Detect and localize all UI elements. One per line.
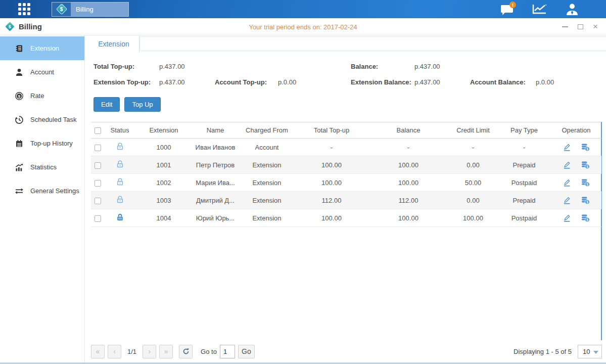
- topup-icon[interactable]: $: [581, 143, 590, 152]
- table-row[interactable]: 1003 Дмитрий Д... Extension 112.00 112.0…: [91, 192, 601, 209]
- topup-icon[interactable]: $: [581, 178, 590, 187]
- extension-grid: Status Extension Name Charged From Total…: [91, 122, 602, 340]
- edit-icon[interactable]: [563, 214, 571, 222]
- row-checkbox[interactable]: [95, 198, 101, 204]
- page-size-select[interactable]: 10: [578, 345, 602, 358]
- sidebar-item-label: Extension: [30, 44, 59, 52]
- sidebar-item-label: General Settings: [30, 187, 79, 195]
- sidebar-item-extension[interactable]: Extension: [0, 36, 84, 60]
- billing-window-icon: $: [5, 21, 15, 32]
- sidebar-item-label: Rate: [30, 92, 44, 100]
- col-status: Status: [104, 122, 135, 139]
- displaying-status: Displaying 1 - 5 of 5: [514, 348, 572, 355]
- col-charged-from: Charged From: [239, 122, 295, 139]
- account-topup-label: Account Top-up:: [215, 78, 278, 86]
- edit-button[interactable]: Edit: [94, 97, 120, 112]
- edit-icon[interactable]: [563, 143, 571, 152]
- edit-icon[interactable]: [563, 161, 571, 169]
- total-topup-value: p.437.00: [159, 63, 215, 70]
- topup-icon[interactable]: $: [581, 161, 590, 169]
- edit-icon[interactable]: [563, 178, 571, 187]
- user-account-icon[interactable]: [565, 3, 580, 15]
- table-row[interactable]: 1004 Юрий Юрь... Extension 100.00 100.00…: [91, 209, 601, 227]
- taskbar-billing-label: Billing: [76, 6, 94, 13]
- taskbar-billing-tab[interactable]: $ Billing: [52, 2, 129, 17]
- svg-text:$: $: [587, 165, 589, 169]
- notebook-icon: [15, 139, 24, 148]
- svg-text:$: $: [587, 218, 589, 222]
- col-balance: Balance: [368, 122, 449, 139]
- main-panel: Extension Total Top-up: p.437.00 Balance…: [85, 35, 606, 362]
- table-header-row: Status Extension Name Charged From Total…: [91, 122, 601, 139]
- edit-icon[interactable]: [563, 196, 571, 205]
- billing-app-icon: $: [52, 3, 71, 16]
- balance-value: p.437.00: [414, 63, 470, 70]
- billing-app-window: $ Billing !: [0, 0, 606, 364]
- account-topup-value: p.0.00: [278, 78, 351, 86]
- person-icon: [15, 68, 24, 77]
- sidebar-item-label: Scheduled Task: [30, 116, 77, 123]
- col-credit-limit: Credit Limit: [449, 122, 497, 139]
- goto-page-input[interactable]: [220, 345, 235, 358]
- close-icon[interactable]: ×: [592, 23, 599, 30]
- app-grid-icon[interactable]: [18, 3, 30, 15]
- col-pay-type: Pay Type: [497, 122, 551, 139]
- table-row[interactable]: 1001 Петр Петров Extension 100.00 100.00…: [91, 156, 601, 174]
- next-page-icon[interactable]: ›: [143, 345, 156, 358]
- tab-bar: Extension: [88, 35, 606, 53]
- select-all-checkbox[interactable]: [95, 127, 101, 134]
- sidebar-item-topup-history[interactable]: Top-up History: [0, 131, 84, 155]
- svg-text:$: $: [18, 94, 21, 99]
- minimize-icon[interactable]: [562, 23, 569, 30]
- table-row[interactable]: 1000 Иван Иванов Account - - - - $: [91, 139, 601, 156]
- window-title-bar: $ Billing Your trial period ends on: 201…: [0, 18, 606, 35]
- account-balance-label: Account Balance:: [470, 78, 536, 86]
- bar-chart-icon: [15, 163, 24, 172]
- svg-text:$: $: [587, 200, 589, 204]
- maximize-icon[interactable]: [577, 23, 584, 30]
- svg-text:$: $: [587, 183, 589, 187]
- svg-text:$: $: [587, 147, 589, 151]
- sidebar-item-account[interactable]: Account: [0, 60, 84, 84]
- sidebar-item-label: Statistics: [30, 163, 57, 171]
- top-up-button[interactable]: Top Up: [124, 97, 160, 112]
- resource-monitor-icon[interactable]: [531, 3, 547, 15]
- clock-history-icon: [15, 115, 24, 124]
- status-lock-icon: [116, 195, 124, 204]
- row-checkbox[interactable]: [95, 162, 101, 169]
- sidebar-item-general-settings[interactable]: General Settings: [0, 179, 84, 203]
- topup-icon[interactable]: $: [581, 214, 590, 222]
- status-lock-icon: [116, 160, 124, 168]
- status-lock-icon: [116, 142, 124, 151]
- go-button[interactable]: Go: [238, 345, 255, 358]
- ledger-icon: [15, 44, 24, 53]
- row-checkbox[interactable]: [95, 145, 101, 151]
- table-row[interactable]: 1002 Мария Ива... Extension 100.00 100.0…: [91, 174, 601, 192]
- extension-balance-value: p.437.00: [414, 78, 470, 86]
- last-page-icon[interactable]: »: [159, 345, 173, 358]
- col-total-topup: Total Top-up: [295, 122, 368, 139]
- total-topup-label: Total Top-up:: [94, 63, 159, 70]
- row-checkbox[interactable]: [95, 215, 101, 222]
- notifications-icon[interactable]: !: [501, 4, 514, 15]
- chevron-down-icon: [593, 351, 598, 354]
- status-lock-icon: [116, 177, 124, 186]
- sidebar: Extension Account $ Rate: [0, 35, 85, 362]
- refresh-icon[interactable]: [179, 345, 193, 358]
- tab-extension[interactable]: Extension: [88, 35, 139, 53]
- dollar-coin-icon: $: [15, 92, 24, 101]
- sidebar-item-label: Top-up History: [30, 140, 73, 147]
- pagination-bar: « ‹ 1/1 › » Go to Go Displaying 1 - 5 of…: [91, 340, 602, 362]
- sidebar-item-statistics[interactable]: Statistics: [0, 155, 84, 179]
- balance-summary: Total Top-up: p.437.00 Balance: p.437.00…: [94, 59, 606, 90]
- extension-topup-label: Extension Top-up:: [94, 78, 159, 86]
- sidebar-item-scheduled-task[interactable]: Scheduled Task: [0, 108, 84, 131]
- trial-notice: Your trial period ends on: 2017-02-24: [249, 23, 357, 30]
- row-checkbox[interactable]: [95, 180, 101, 187]
- topup-icon[interactable]: $: [581, 196, 590, 205]
- first-page-icon[interactable]: «: [91, 345, 105, 358]
- prev-page-icon[interactable]: ‹: [108, 345, 121, 358]
- sidebar-item-rate[interactable]: $ Rate: [0, 84, 84, 108]
- balance-label: Balance:: [351, 63, 414, 70]
- status-lock-icon: [116, 213, 124, 221]
